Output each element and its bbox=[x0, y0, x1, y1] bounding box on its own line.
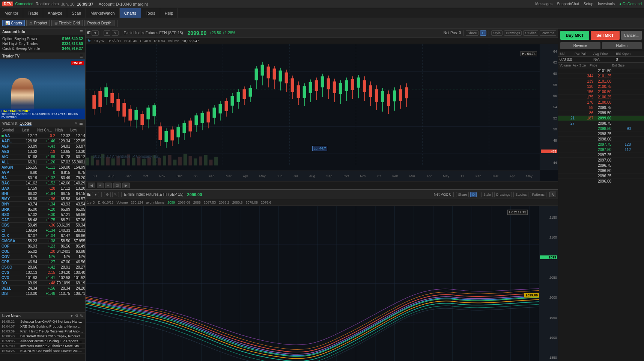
bottom-patterns-btn[interactable]: Patterns bbox=[530, 192, 546, 197]
ob-row[interactable]: 2097.75 128 bbox=[558, 142, 644, 147]
trader-tv-menu-icon[interactable]: ☰ bbox=[80, 54, 83, 58]
share-btn[interactable]: Share bbox=[466, 30, 478, 36]
watchlist-row[interactable]: CPB 46.84 +.27 47.00 46.56 bbox=[0, 260, 85, 265]
watchlist-row[interactable]: DIS 110.00 +1.48 110.75 108.71 bbox=[0, 291, 85, 296]
watchlist-row[interactable]: BNY 43.74 +.34 43.93 43.54 bbox=[0, 202, 85, 207]
watchlist-row[interactable]: BSX 57.02 +.30 57.21 56.66 bbox=[0, 212, 85, 218]
bottom-chart-area[interactable]: 2015 © TD Ameritrade IP Company, Inc. Hi… bbox=[86, 206, 558, 361]
top-chart-draw-btn[interactable]: ✎ bbox=[112, 30, 119, 36]
nav-tools[interactable]: Tools bbox=[141, 8, 160, 18]
d-btn[interactable]: D bbox=[480, 30, 486, 36]
watchlist-menu-btn[interactable]: ☰ bbox=[79, 121, 83, 126]
ob-row[interactable]: 156 2100.50 bbox=[558, 89, 644, 95]
nav-fwd-btn[interactable]: ▶ bbox=[122, 183, 130, 188]
news-item[interactable]: 15:53:25 ECONOMICS: World Bank Lowers 20… bbox=[0, 349, 85, 353]
product-depth-btn[interactable]: Product Depth bbox=[84, 20, 114, 26]
watchlist-row[interactable]: AVP 6.80 0 6.915 6.75 bbox=[0, 170, 85, 175]
ob-row[interactable]: 2097.50 112 bbox=[558, 147, 644, 153]
messages-link[interactable]: Messages bbox=[535, 2, 552, 6]
bottom-style-btn[interactable]: Style bbox=[481, 192, 493, 197]
news-item[interactable]: 16:03:39 Kraft, Heinz Tie-Up Receives Fi… bbox=[0, 329, 85, 334]
watchlist-row[interactable]: CMCSA 58.23 +.38 58.50 57.955 bbox=[0, 239, 85, 244]
setup-link[interactable]: Setup bbox=[584, 2, 593, 6]
trader-tv-header[interactable]: Trader TV ☰ bbox=[0, 53, 85, 59]
bottom-expand-btn[interactable]: ⤡ bbox=[549, 192, 556, 197]
ob-row[interactable]: 130 2100.75 bbox=[558, 84, 644, 89]
tab-watchlist[interactable]: Watchlist bbox=[2, 121, 17, 126]
nav-help[interactable]: Help bbox=[160, 8, 178, 18]
news-edit-btn[interactable]: ✎ bbox=[80, 314, 83, 318]
bottom-d-btn[interactable]: D bbox=[470, 192, 477, 197]
ob-row[interactable]: 2097.00 bbox=[558, 158, 644, 163]
buy-mkt-btn[interactable]: Buy MKT bbox=[560, 31, 589, 40]
ob-row[interactable]: 2098.50 90 bbox=[558, 126, 644, 131]
watchlist-row[interactable]: CSCO 28.66 +.42 28.91 28.27 bbox=[0, 265, 85, 270]
nav-scan[interactable]: Scan bbox=[67, 8, 86, 18]
watchlist-row[interactable]: COV N/A N/A N/A N/A bbox=[0, 254, 85, 260]
watchlist-row[interactable]: AA 12.17 -0.2 12.32 12.14 bbox=[0, 133, 85, 139]
news-item[interactable]: 16:00:43 Bill Barrett Boosts 2015 Capex,… bbox=[0, 334, 85, 339]
nav-back-btn[interactable]: ◀ bbox=[88, 183, 95, 188]
ob-row[interactable]: 175 2100.25 bbox=[558, 95, 644, 100]
studies-btn[interactable]: Studies bbox=[523, 30, 538, 36]
watchlist-row[interactable]: AAPL 128.88 +1.46 129.34 127.85 bbox=[0, 139, 85, 144]
watchlist-row[interactable]: ALL 66.91 +1.20 67.02 65.9001 bbox=[0, 160, 85, 165]
bottom-studies-btn[interactable]: Studies bbox=[513, 192, 528, 197]
watchlist-row[interactable]: BA 80.19 +1.32 80.49 79.20 bbox=[0, 175, 85, 181]
account-menu-icon[interactable]: ☰ bbox=[80, 30, 83, 34]
news-item[interactable]: 15:59:05 AllianceBernstein Holding L.P. … bbox=[0, 339, 85, 344]
watchlist-row[interactable]: AIG 61.68 +1.69 61.78 60.12 bbox=[0, 154, 85, 160]
nav-zoomin-btn[interactable]: + bbox=[97, 183, 104, 188]
prophet-btn[interactable]: ⚠ Prophet bbox=[26, 20, 50, 26]
reverse-btn[interactable]: Reverse bbox=[560, 42, 600, 49]
nav-analyze[interactable]: Analyze bbox=[43, 8, 67, 18]
watchlist-row[interactable]: CAT 88.48 +1.75 88.71 87.36 bbox=[0, 218, 85, 223]
ob-row[interactable]: 139 2101.00 bbox=[558, 79, 644, 84]
watchlist-row[interactable]: DELL 24.34 +.56 28.34 24.20 bbox=[0, 286, 85, 291]
ob-row[interactable]: 2097.25 bbox=[558, 153, 644, 158]
watchlist-row[interactable]: CVS 102.13 -2.15 104.20 100.40 bbox=[0, 270, 85, 275]
watchlist-row[interactable]: BRK 85.00 +.20 65.89 65.05 bbox=[0, 207, 85, 212]
sell-mkt-btn[interactable]: Sell MKT bbox=[591, 31, 620, 40]
patterns-btn[interactable]: Patterns bbox=[540, 30, 556, 36]
charts-btn[interactable]: 📊 Charts bbox=[2, 20, 25, 26]
flexible-grid-btn[interactable]: ⊞ Flexible Grid bbox=[51, 20, 83, 26]
watchlist-row[interactable]: COL 55.02 -.20 64.2401 63.88 bbox=[0, 249, 85, 254]
bottom-share-btn[interactable]: Share bbox=[456, 192, 469, 197]
watchlist-row[interactable]: COF 86.93 +.23 86.56 85.49 bbox=[0, 244, 85, 249]
bottom-chart-draw[interactable]: ✎ bbox=[112, 192, 119, 197]
ob-row[interactable]: 344 2101.25 bbox=[558, 74, 644, 79]
ob-row[interactable]: 2098.25 bbox=[558, 131, 644, 137]
tab-quotes[interactable]: Quotes bbox=[20, 121, 32, 126]
ob-row[interactable]: 27 2098.75 bbox=[558, 121, 644, 126]
watchlist-row[interactable]: DD 69.69 -.48 70.1099 69.19 bbox=[0, 281, 85, 286]
watchlist-row[interactable]: CLX 67.07 +1.04 67.47 66.66 bbox=[0, 233, 85, 239]
nav-zoomout-btn[interactable]: − bbox=[105, 183, 112, 188]
watchlist-row[interactable]: AEP 53.89 +.43 54.81 53.87 bbox=[0, 144, 85, 149]
watchlist-row[interactable]: AMGN 155.55 +1.11 159.00 154.99 bbox=[0, 165, 85, 170]
bottom-drawings-btn[interactable]: Drawings bbox=[494, 192, 512, 197]
news-settings-btn[interactable]: ⚙ bbox=[75, 314, 78, 318]
watchlist-row[interactable]: BAC 141.62 +1.52 142.60 140.29 bbox=[0, 181, 85, 186]
ob-row[interactable]: 2098.00 bbox=[558, 137, 644, 142]
watchlist-row[interactable]: CI 139.84 +1.34 140.33 138.01 bbox=[0, 228, 85, 233]
account-header[interactable]: Account Info ☰ bbox=[0, 29, 85, 35]
watchlist-row[interactable]: BAX 17.59 -.28 17.12 13.20 bbox=[0, 186, 85, 191]
ob-row[interactable]: 170 2100.00 bbox=[558, 100, 644, 105]
ob-row[interactable]: 86 2099.50 bbox=[558, 110, 644, 116]
style-btn[interactable]: Style bbox=[491, 30, 503, 36]
bottom-symbol-dropdown[interactable]: ▼ bbox=[92, 192, 99, 197]
top-chart-settings-btn[interactable]: ⚙ bbox=[104, 30, 110, 36]
news-item[interactable]: 16:05:22 Selectica Non-GAAP Q4 Net Loss … bbox=[0, 319, 85, 324]
nav-monitor[interactable]: Monitor bbox=[0, 8, 23, 18]
ob-row[interactable]: 2101.50 bbox=[558, 68, 644, 74]
top-chart-area[interactable]: 2015 © TD Ameritrade IP Company, Inc. Hi… bbox=[86, 44, 558, 181]
nav-fit-btn[interactable]: ⊡ bbox=[113, 183, 121, 188]
investools-link[interactable]: Investools bbox=[598, 2, 615, 6]
watchlist-row[interactable]: BHI 66.02 +1.94 66.15 64.15 bbox=[0, 191, 85, 196]
cancel-btn[interactable]: Cancel... bbox=[621, 31, 642, 40]
ob-row[interactable]: 2096.50 bbox=[558, 168, 644, 174]
bottom-chart-settings[interactable]: ⚙ bbox=[104, 192, 111, 197]
ob-row[interactable]: 2096.25 bbox=[558, 174, 644, 179]
watchlist-row[interactable]: AES 13.32 -.19 13.65 13.30 bbox=[0, 149, 85, 154]
